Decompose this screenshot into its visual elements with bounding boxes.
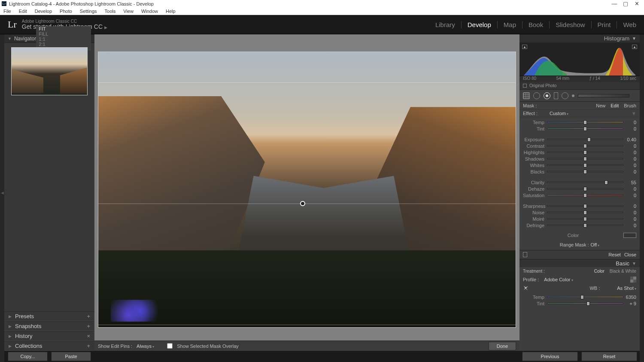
photo-preview[interactable] [98,52,516,328]
graduated-filter-icon[interactable] [554,92,558,99]
module-picker: LibraryDevelopMapBookSlideshowPrintWeb [429,21,636,28]
graduated-filter-pin[interactable] [300,201,305,206]
title-bar: Lr Lightroom Catalog-4 - Adobe Photoshop… [0,0,644,7]
menu-file[interactable]: File [3,8,12,14]
show-pins-dropdown[interactable]: Always [137,344,154,349]
zoom-FIT[interactable]: FIT [39,26,91,31]
module-library[interactable]: Library [429,21,462,28]
zoom-FILL[interactable]: FILL [39,31,91,37]
treatment-bw[interactable]: Black & White [610,269,636,274]
navigator-thumbnail[interactable] [11,47,88,95]
menu-settings[interactable]: Settings [79,8,98,14]
mask-new[interactable]: New [596,103,605,108]
module-book[interactable]: Book [522,21,550,28]
show-pins-label: Show Edit Pins : [98,344,132,349]
menu-bar: FileEditDevelopPhotoSettingsToolsViewWin… [0,7,644,15]
panel-collections[interactable]: ▶Collections+ [4,341,94,351]
profile-row: Profile : Adobe Color [519,275,640,284]
effect-row: Effect : Custom ▼ [519,110,640,117]
wb-dropdown[interactable]: As Shot [617,286,636,291]
navigator-header[interactable]: ▼ Navigator FITFILL1:12:1 ▲▼ [4,34,94,43]
crop-tool-icon[interactable] [523,92,530,99]
tool-strip [519,90,640,102]
menu-edit[interactable]: Edit [18,8,28,14]
center-area: Show Edit Pins : Always Show Selected Ma… [94,34,519,351]
wb-picker-icon[interactable] [522,284,530,292]
panel-presets[interactable]: ▶Presets+ [4,311,94,321]
wb-row: WB : As Shot [519,284,640,292]
range-mask-row: Range Mask : Off [519,240,640,250]
slider-sharpness[interactable]: Sharpness0 [523,203,636,209]
exif-strip: ISO 80 54 mm ƒ / 14 1/10 sec [519,76,640,82]
effect-dropdown[interactable]: Custom [550,111,568,116]
maximize-button[interactable]: ▢ [620,0,631,7]
slider-exposure[interactable]: Exposure0.40 [523,136,636,143]
mask-brush[interactable]: Brush [624,103,636,108]
close-button[interactable]: ✕ [631,0,642,7]
slider-defringe[interactable]: Defringe0 [523,222,636,228]
done-button[interactable]: Done [489,342,516,350]
footer-bar: Copy... Paste Previous Reset [0,351,644,362]
slider-saturation[interactable]: Saturation0 [523,192,636,198]
reset-button[interactable]: Reset [581,352,637,361]
panel-history[interactable]: ▶History× [4,331,94,341]
left-collapse-handle[interactable]: ◀ [0,34,4,351]
slider-contrast[interactable]: Contrast0 [523,143,636,149]
menu-view[interactable]: View [122,8,134,14]
slider-highlights[interactable]: Highlights0 [523,149,636,155]
original-photo-row[interactable]: Original Photo [519,82,640,90]
copy-button[interactable]: Copy... [8,352,48,361]
menu-help[interactable]: Help [165,8,176,14]
module-map[interactable]: Map [498,21,522,28]
menu-photo[interactable]: Photo [59,8,73,14]
basic-header[interactable]: Basic▼ [519,259,640,267]
slider-blacks[interactable]: Blacks0 [523,168,636,175]
spot-tool-icon[interactable] [533,92,540,99]
previous-button[interactable]: Previous [522,352,578,361]
paste-button[interactable]: Paste [51,352,91,361]
menu-tools[interactable]: Tools [104,8,117,14]
module-web[interactable]: Web [617,21,636,28]
profile-browser-icon[interactable] [630,277,636,283]
module-print[interactable]: Print [592,21,617,28]
tool-amount-slider[interactable] [578,94,629,97]
slider-temp[interactable]: Temp0 [523,119,636,125]
slider-shadows[interactable]: Shadows0 [523,155,636,162]
brush-tool-icon[interactable] [572,94,574,97]
filter-reset-button[interactable]: Reset [608,252,621,257]
zoom-1-1[interactable]: 1:1 [39,37,91,42]
slider-moire[interactable]: Moiré0 [523,216,636,222]
module-develop[interactable]: Develop [462,21,498,28]
slider-whites[interactable]: Whites0 [523,162,636,168]
slider-btemp[interactable]: Temp6350 [523,294,636,300]
slider-dehaze[interactable]: Dehaze0 [523,186,636,192]
color-label: Color [523,233,623,238]
range-mask-dropdown[interactable]: Off [591,242,600,247]
profile-dropdown[interactable]: Adobe Color [544,277,573,282]
treatment-color[interactable]: Color [594,269,605,274]
slider-noise[interactable]: Noise0 [523,209,636,216]
right-collapse-handle[interactable] [640,34,644,351]
zoom-2-1[interactable]: 2:1 [39,42,91,47]
histogram-header[interactable]: Histogram▼ [519,34,640,43]
filter-close-button[interactable]: Close [624,252,636,257]
slider-tint[interactable]: Tint0 [523,125,636,132]
pin-toggle-icon[interactable] [523,252,527,257]
color-swatch[interactable] [623,233,636,238]
panel-snapshots[interactable]: ▶Snapshots+ [4,321,94,331]
histogram[interactable]: ▲ ▲ [519,43,640,76]
slider-btint[interactable]: Tint+ 9 [523,300,636,307]
minimize-button[interactable]: — [609,0,620,7]
treatment-row: Treatment : Color Black & White [519,267,640,275]
radial-filter-icon[interactable] [562,92,568,99]
redeye-tool-icon[interactable] [544,92,550,99]
image-canvas[interactable] [94,34,519,341]
mask-overlay-label: Show Selected Mask Overlay [177,344,239,349]
slider-clarity[interactable]: Clarity55 [523,179,636,186]
mask-edit[interactable]: Edit [611,103,619,108]
mask-overlay-checkbox[interactable] [167,343,173,349]
module-slideshow[interactable]: Slideshow [550,21,591,28]
menu-develop[interactable]: Develop [34,8,53,14]
center-toolbar: Show Edit Pins : Always Show Selected Ma… [94,341,519,351]
menu-window[interactable]: Window [140,8,159,14]
